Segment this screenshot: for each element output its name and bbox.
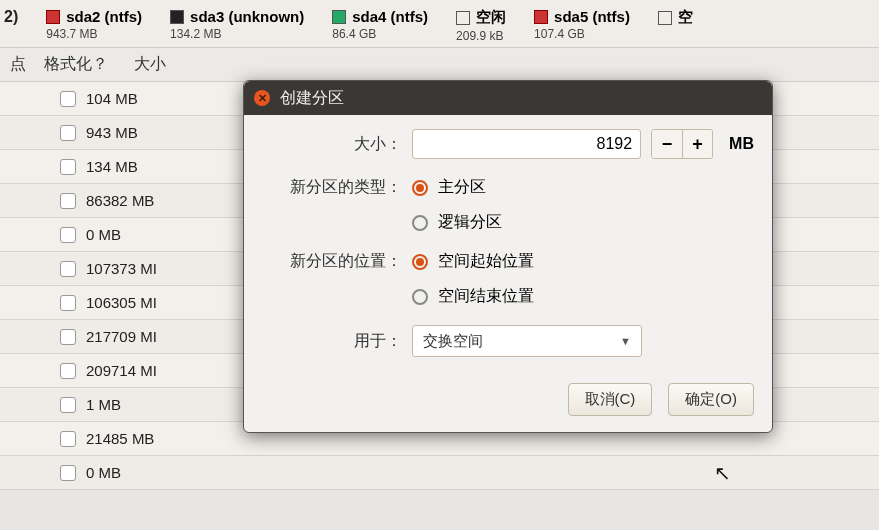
use-label: 用于： (262, 331, 402, 352)
chevron-down-icon: ▼ (620, 335, 631, 347)
radio-icon (412, 254, 428, 270)
use-as-dropdown[interactable]: 交换空间 ▼ (412, 325, 642, 357)
format-checkbox[interactable] (60, 431, 76, 447)
format-checkbox[interactable] (60, 227, 76, 243)
format-checkbox[interactable] (60, 329, 76, 345)
legend-swatch-icon (170, 10, 184, 24)
position-label: 新分区的位置： (262, 251, 402, 272)
dropdown-value: 交换空间 (423, 332, 483, 351)
legend-sub: 107.4 GB (534, 27, 630, 41)
legend-swatch-icon (534, 10, 548, 24)
radio-icon (412, 180, 428, 196)
size-input[interactable] (412, 129, 641, 159)
size-cell: 21485 MB (86, 430, 154, 447)
legend-trunc-left: 2) (4, 8, 18, 26)
radio-icon (412, 289, 428, 305)
format-checkbox[interactable] (60, 159, 76, 175)
ok-button[interactable]: 确定(O) (668, 383, 754, 416)
legend-item[interactable]: sda2 (ntfs) 943.7 MB (46, 8, 142, 41)
radio-label: 空间结束位置 (438, 286, 534, 307)
legend-swatch-icon (658, 11, 672, 25)
size-cell: 943 MB (86, 124, 138, 141)
close-icon[interactable]: ✕ (254, 90, 270, 106)
legend-swatch-icon (456, 11, 470, 25)
size-label: 大小： (262, 134, 402, 155)
legend-item[interactable]: sda4 (ntfs) 86.4 GB (332, 8, 428, 41)
size-cell: 0 MB (86, 464, 121, 481)
legend-sub: 943.7 MB (46, 27, 142, 41)
radio-label: 空间起始位置 (438, 251, 534, 272)
size-stepper: − + (651, 129, 713, 159)
type-label: 新分区的类型： (262, 177, 402, 198)
size-cell: 86382 MB (86, 192, 154, 209)
radio-primary[interactable]: 主分区 (412, 177, 502, 198)
legend-swatch-icon (46, 10, 60, 24)
format-checkbox[interactable] (60, 91, 76, 107)
legend-label: sda4 (ntfs) (352, 8, 428, 25)
size-cell: 104 MB (86, 90, 138, 107)
size-cell: 217709 MI (86, 328, 157, 345)
legend-sub: 86.4 GB (332, 27, 428, 41)
format-checkbox[interactable] (60, 465, 76, 481)
radio-label: 主分区 (438, 177, 486, 198)
size-cell: 134 MB (86, 158, 138, 175)
legend-label: 空闲 (476, 8, 506, 27)
size-cell: 106305 MI (86, 294, 157, 311)
size-cell: 209714 MI (86, 362, 157, 379)
format-checkbox[interactable] (60, 295, 76, 311)
radio-logical[interactable]: 逻辑分区 (412, 212, 502, 233)
dialog-title: 创建分区 (280, 88, 344, 109)
table-header: 点 格式化？ 大小 (0, 48, 879, 82)
radio-end[interactable]: 空间结束位置 (412, 286, 534, 307)
dialog-titlebar[interactable]: ✕ 创建分区 (244, 81, 772, 115)
legend-item[interactable]: sda5 (ntfs) 107.4 GB (534, 8, 630, 41)
col-fmt: 格式化？ (44, 54, 124, 75)
radio-icon (412, 215, 428, 231)
format-checkbox[interactable] (60, 397, 76, 413)
cancel-button[interactable]: 取消(C) (568, 383, 653, 416)
legend-swatch-icon (332, 10, 346, 24)
size-unit: MB (723, 135, 754, 153)
format-checkbox[interactable] (60, 125, 76, 141)
legend-label: sda2 (ntfs) (66, 8, 142, 25)
col-size: 大小 (134, 54, 274, 75)
create-partition-dialog: ✕ 创建分区 大小： − + MB 新分区的类型： 主分区 逻辑分区 (243, 80, 773, 433)
table-row[interactable]: 0 MB (0, 456, 879, 490)
legend-label: sda5 (ntfs) (554, 8, 630, 25)
format-checkbox[interactable] (60, 261, 76, 277)
col-pt: 点 (10, 54, 34, 75)
legend-label: sda3 (unknown) (190, 8, 304, 25)
format-checkbox[interactable] (60, 363, 76, 379)
legend-sub: 134.2 MB (170, 27, 304, 41)
size-cell: 107373 MI (86, 260, 157, 277)
legend-item-trunc[interactable]: 空 (658, 8, 693, 27)
step-minus-button[interactable]: − (652, 130, 682, 158)
legend-sub: 209.9 kB (456, 29, 506, 43)
radio-begin[interactable]: 空间起始位置 (412, 251, 534, 272)
format-checkbox[interactable] (60, 193, 76, 209)
legend-label: 空 (678, 8, 693, 27)
radio-label: 逻辑分区 (438, 212, 502, 233)
legend-item[interactable]: sda3 (unknown) 134.2 MB (170, 8, 304, 41)
step-plus-button[interactable]: + (682, 130, 712, 158)
legend-item[interactable]: 空闲 209.9 kB (456, 8, 506, 43)
legend-bar: 2) sda2 (ntfs) 943.7 MB sda3 (unknown) 1… (0, 0, 879, 48)
size-cell: 1 MB (86, 396, 121, 413)
size-cell: 0 MB (86, 226, 121, 243)
